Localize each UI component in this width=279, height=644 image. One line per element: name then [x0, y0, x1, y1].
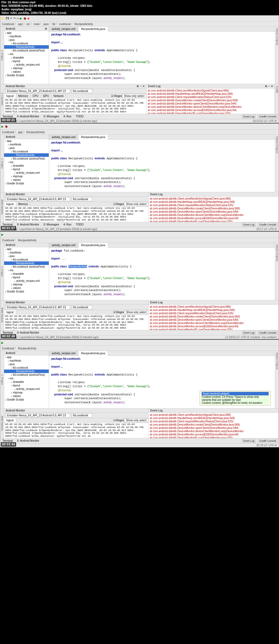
cut-icon[interactable]: ✂ [17, 17, 19, 20]
logcat-output[interactable]: 03-03 10:36:48.499 9054-9054/fid.cookboo… [4, 206, 148, 222]
tree-item[interactable]: fid.cookbook (androidTest) [4, 49, 49, 52]
side-tab-favorites[interactable]: 2: Favorites [0, 84, 4, 114]
tree-item[interactable]: drawable [4, 272, 49, 276]
side-tab-maven[interactable]: Maven Projects [275, 351, 279, 408]
btn-event-log[interactable]: Event Log [242, 439, 256, 443]
tree-item[interactable]: mipmap [4, 283, 49, 286]
run-icon[interactable]: ▶ [1, 125, 4, 128]
side-tab-maven[interactable]: Maven Projects [275, 27, 279, 84]
side-tab-build-variants[interactable]: Build Variants [0, 408, 4, 438]
tab-layout-xml[interactable]: activity_recipes.xml [49, 351, 78, 356]
tab-layout-xml[interactable]: activity_recipes.xml [49, 27, 78, 31]
tree-item[interactable]: RecipesActivity [4, 261, 49, 265]
side-tab-project[interactable]: 1: Project [0, 351, 4, 408]
debug-icon[interactable]: 🐞 [23, 17, 26, 20]
tree-item[interactable]: activity_recipes.xml [4, 63, 49, 66]
tab-cpu[interactable]: CPU [31, 94, 41, 98]
side-tab-build-variants[interactable]: Build Variants [0, 300, 4, 330]
tree-item[interactable]: layout [4, 167, 49, 171]
tab-logcat[interactable]: logcat [4, 202, 16, 206]
tree-item[interactable]: java [4, 362, 49, 366]
btn-event-log[interactable]: Event Log [242, 331, 256, 335]
tree-item[interactable]: app [4, 247, 49, 251]
process-select[interactable]: fid.cookbook [72, 305, 92, 309]
process-select[interactable]: fid.cookbook [72, 89, 92, 93]
logcat-output[interactable]: 03-03 10:36:48.499 9054-9054/fid.cookboo… [4, 98, 146, 114]
btn-gradle-console[interactable]: Gradle Console [258, 439, 278, 443]
stop-icon[interactable]: ■ [28, 17, 29, 20]
regex-checkbox[interactable]: ☑ Regex [111, 94, 122, 98]
device-select[interactable]: Emulator Nexus_5X_API_23 Android 6.0, AP… [6, 89, 70, 93]
code-editor[interactable]: package fid.cookbook; import ... public … [49, 32, 275, 84]
tab-network[interactable]: Network [51, 94, 66, 98]
tree-item[interactable]: app [4, 31, 49, 35]
logcat-output[interactable]: 03-03 10:36:48.499 9054-9054/fid.cookboo… [4, 423, 148, 438]
code-editor[interactable]: package fid.cookbook; import ... public … [49, 140, 275, 192]
tree-item[interactable]: java [4, 146, 49, 150]
tree-item[interactable]: values [4, 286, 49, 290]
btn-event-log[interactable]: Event Log [242, 115, 256, 118]
side-tab-gradle[interactable]: Gradle [275, 84, 279, 114]
device-select[interactable]: Emulator Nexus_5X_API_23 Android 6.0, AP… [6, 413, 70, 417]
btn-messages[interactable]: 0: Messages [43, 115, 60, 118]
tree-item[interactable]: values [4, 178, 49, 182]
tree-item[interactable]: fid.cookbook [4, 366, 49, 370]
tree-item[interactable]: app [4, 355, 49, 359]
side-tab-maven[interactable]: Maven Projects [275, 243, 279, 300]
tree-item[interactable]: fid.cookbook [4, 42, 49, 45]
filter-select[interactable]: Show only select [124, 310, 148, 314]
open-icon[interactable]: 📁 [1, 17, 5, 20]
device-select[interactable]: Emulator Nexus_5X_API_23 Android 6.0, AP… [6, 197, 70, 201]
process-select[interactable]: fid.cookbook [72, 413, 92, 417]
tree-item[interactable]: manifests [4, 35, 49, 38]
btn-gradle-console[interactable]: Gradle Console [258, 223, 278, 227]
tree-item[interactable]: drawable [4, 56, 49, 59]
btn-gradle-console[interactable]: Gradle Console [258, 115, 278, 118]
side-tab-project[interactable]: 1: Project [0, 27, 4, 84]
eventlog-output[interactable]: at com.android.ddmlib.Client.sendNonActi… [148, 305, 278, 330]
debug-icon[interactable]: 🐞 [5, 125, 8, 128]
tree-item[interactable]: manifests [4, 359, 49, 362]
tab-gpu[interactable]: GPU [41, 94, 51, 98]
tree-item[interactable]: RecipesActivity [4, 45, 49, 49]
project-tree[interactable]: Android⚙ appmanifestsjavafid.cookbookRec… [4, 27, 49, 84]
tree-item[interactable]: Gradle Scripts [4, 182, 49, 185]
tree-item[interactable]: fid.cookbook (androidTest) [4, 157, 49, 160]
btn-android-monitor[interactable]: 6: Android Monitor [16, 439, 40, 443]
eventlog-output[interactable]: at com.android.ddmlib.Client.sendNonActi… [148, 197, 278, 222]
btn-android-monitor[interactable]: 6: Android Monitor [16, 223, 40, 227]
tree-item[interactable]: Gradle Scripts [4, 74, 49, 77]
tab-logcat[interactable]: logcat [4, 94, 16, 98]
tab-recipes-java[interactable]: RecipesActivity.java [78, 27, 108, 32]
btn-run[interactable]: 4: Run [62, 115, 72, 118]
eventlog-output[interactable]: at com.android.ddmlib.Client.sendNonActi… [148, 413, 278, 438]
btn-todo[interactable]: TODO [75, 223, 85, 227]
tree-item[interactable]: java [4, 38, 49, 42]
tree-item[interactable]: values [4, 70, 49, 74]
project-tree[interactable]: Android appmanifestsjavafid.cookbookReci… [4, 351, 49, 408]
tree-item[interactable]: mipmap [4, 175, 49, 178]
tree-item[interactable]: manifests [4, 143, 49, 146]
btn-android-monitor[interactable]: 6: Android Monitor [16, 115, 40, 118]
btn-run[interactable]: 4: Run [62, 223, 72, 227]
tree-item[interactable]: fid.cookbook (androidTest) [4, 373, 49, 377]
btn-gradle-console[interactable]: Gradle Console [258, 331, 278, 335]
tab-recipes-java[interactable]: RecipesActivity.java [78, 243, 108, 248]
side-tab-maven[interactable]: Maven Projects [275, 135, 279, 192]
tab-layout-xml[interactable]: activity_recipes.xml [49, 243, 78, 248]
tree-item[interactable]: Gradle Scripts [4, 398, 49, 401]
tree-item[interactable]: res [4, 268, 49, 272]
tree-item[interactable]: values [4, 394, 49, 398]
eventlog-output[interactable]: at com.android.ddmlib.Client.sendNonActi… [147, 88, 275, 114]
tab-memory[interactable]: Memory [16, 94, 31, 98]
tree-item[interactable]: fid.cookbook [4, 258, 49, 261]
tree-item[interactable]: layout [4, 59, 49, 63]
btn-messages[interactable]: 0: Messages [43, 223, 60, 227]
process-select[interactable]: fid.cookbook [72, 197, 92, 201]
tree-item[interactable]: java [4, 254, 49, 258]
tree-item[interactable]: activity_recipes.xml [4, 387, 49, 391]
tab-logcat[interactable]: logcat [4, 310, 16, 314]
run-icon[interactable]: ▶ [20, 17, 22, 20]
device-select[interactable]: Emulator Nexus_5X_API_23 Android 6.0, AP… [6, 305, 70, 309]
code-completion-tooltip[interactable]: Toast (android.widget) Context context, … [200, 391, 271, 405]
